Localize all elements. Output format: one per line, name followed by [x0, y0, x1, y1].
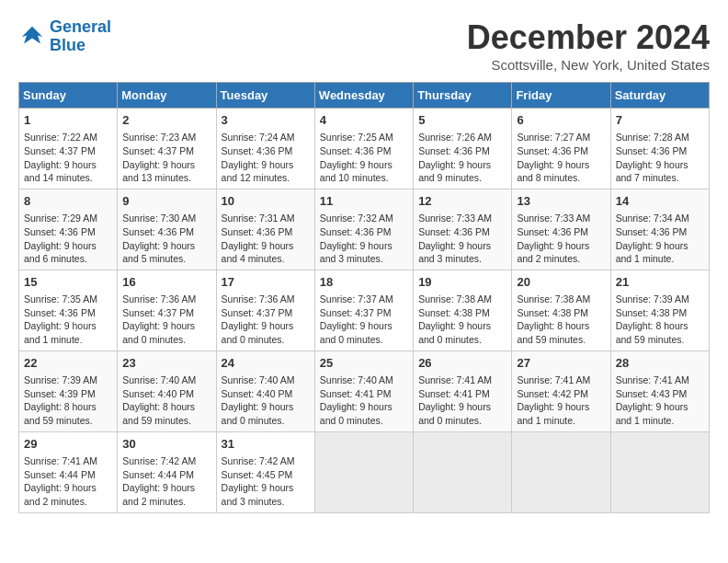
main-title: December 2024: [467, 18, 710, 57]
calendar-day-cell: 5Sunrise: 7:26 AMSunset: 4:36 PMDaylight…: [414, 109, 512, 190]
svg-marker-0: [22, 27, 43, 44]
logo: GeneralBlue: [18, 18, 111, 55]
day-number: 25: [320, 355, 408, 372]
day-number: 26: [418, 355, 506, 372]
day-number: 29: [24, 436, 112, 453]
title-section: December 2024 Scottsville, New York, Uni…: [467, 18, 710, 73]
day-number: 7: [616, 112, 704, 129]
day-number: 11: [320, 193, 408, 210]
calendar-day-cell: 12Sunrise: 7:33 AMSunset: 4:36 PMDayligh…: [414, 189, 512, 270]
calendar-day-cell: 20Sunrise: 7:38 AMSunset: 4:38 PMDayligh…: [512, 270, 610, 350]
subtitle: Scottsville, New York, United States: [467, 57, 710, 73]
calendar-day-cell: 6Sunrise: 7:27 AMSunset: 4:36 PMDaylight…: [512, 109, 610, 190]
day-number: 20: [517, 274, 605, 291]
calendar-day-cell: 24Sunrise: 7:40 AMSunset: 4:40 PMDayligh…: [216, 350, 314, 431]
day-number: 1: [24, 112, 112, 129]
calendar-day-cell: 13Sunrise: 7:33 AMSunset: 4:36 PMDayligh…: [512, 189, 610, 270]
day-number: 31: [222, 436, 310, 453]
day-number: 14: [616, 193, 704, 210]
day-number: 18: [320, 274, 408, 291]
day-of-week-header: Monday: [118, 83, 216, 109]
calendar-day-cell: 15Sunrise: 7:35 AMSunset: 4:36 PMDayligh…: [19, 270, 118, 350]
calendar-day-cell: 11Sunrise: 7:32 AMSunset: 4:36 PMDayligh…: [314, 189, 413, 270]
day-number: 3: [222, 112, 310, 129]
calendar-week-row: 8Sunrise: 7:29 AMSunset: 4:36 PMDaylight…: [19, 189, 710, 270]
calendar-day-cell: 28Sunrise: 7:41 AMSunset: 4:43 PMDayligh…: [610, 350, 709, 431]
day-of-week-header: Saturday: [610, 83, 709, 109]
day-number: 8: [24, 193, 112, 210]
day-number: 24: [222, 355, 310, 372]
calendar-day-cell: 4Sunrise: 7:25 AMSunset: 4:36 PMDaylight…: [314, 109, 413, 190]
calendar-day-cell: 14Sunrise: 7:34 AMSunset: 4:36 PMDayligh…: [610, 189, 709, 270]
day-number: 9: [122, 193, 210, 210]
calendar-day-cell: 27Sunrise: 7:41 AMSunset: 4:42 PMDayligh…: [512, 350, 610, 431]
day-number: 19: [418, 274, 506, 291]
calendar-day-cell: [512, 431, 610, 512]
day-of-week-header: Tuesday: [216, 83, 314, 109]
day-number: 6: [517, 112, 605, 129]
calendar-day-cell: 26Sunrise: 7:41 AMSunset: 4:41 PMDayligh…: [414, 350, 512, 431]
day-number: 10: [222, 193, 310, 210]
day-of-week-header: Wednesday: [314, 83, 413, 109]
calendar-day-cell: 7Sunrise: 7:28 AMSunset: 4:36 PMDaylight…: [610, 109, 709, 190]
calendar-day-cell: 21Sunrise: 7:39 AMSunset: 4:38 PMDayligh…: [610, 270, 709, 350]
calendar-day-cell: 23Sunrise: 7:40 AMSunset: 4:40 PMDayligh…: [118, 350, 216, 431]
calendar-day-cell: [314, 431, 413, 512]
calendar-body: 1Sunrise: 7:22 AMSunset: 4:37 PMDaylight…: [19, 109, 710, 513]
calendar-day-cell: 9Sunrise: 7:30 AMSunset: 4:36 PMDaylight…: [118, 189, 216, 270]
calendar-table: SundayMondayTuesdayWednesdayThursdayFrid…: [18, 82, 710, 513]
calendar-day-cell: 2Sunrise: 7:23 AMSunset: 4:37 PMDaylight…: [118, 109, 216, 190]
calendar-day-cell: 10Sunrise: 7:31 AMSunset: 4:36 PMDayligh…: [216, 189, 314, 270]
day-number: 22: [24, 355, 112, 372]
calendar-day-cell: 29Sunrise: 7:41 AMSunset: 4:44 PMDayligh…: [19, 431, 118, 512]
calendar-week-row: 15Sunrise: 7:35 AMSunset: 4:36 PMDayligh…: [19, 270, 710, 350]
header: GeneralBlue December 2024 Scottsville, N…: [18, 18, 710, 73]
logo-text: GeneralBlue: [50, 18, 111, 55]
calendar-day-cell: 1Sunrise: 7:22 AMSunset: 4:37 PMDaylight…: [19, 109, 118, 190]
calendar-day-cell: [414, 431, 512, 512]
calendar-week-row: 29Sunrise: 7:41 AMSunset: 4:44 PMDayligh…: [19, 431, 710, 512]
day-number: 13: [517, 193, 605, 210]
calendar-day-cell: 25Sunrise: 7:40 AMSunset: 4:41 PMDayligh…: [314, 350, 413, 431]
day-number: 15: [24, 274, 112, 291]
calendar-day-cell: 31Sunrise: 7:42 AMSunset: 4:45 PMDayligh…: [216, 431, 314, 512]
calendar-day-cell: 3Sunrise: 7:24 AMSunset: 4:36 PMDaylight…: [216, 109, 314, 190]
calendar-day-cell: 16Sunrise: 7:36 AMSunset: 4:37 PMDayligh…: [118, 270, 216, 350]
calendar-day-cell: 30Sunrise: 7:42 AMSunset: 4:44 PMDayligh…: [118, 431, 216, 512]
logo-icon: [18, 23, 46, 51]
day-number: 5: [418, 112, 506, 129]
calendar-week-row: 1Sunrise: 7:22 AMSunset: 4:37 PMDaylight…: [19, 109, 710, 190]
calendar-week-row: 22Sunrise: 7:39 AMSunset: 4:39 PMDayligh…: [19, 350, 710, 431]
day-number: 21: [616, 274, 704, 291]
day-number: 16: [122, 274, 210, 291]
day-of-week-header: Sunday: [19, 83, 118, 109]
day-of-week-header: Friday: [512, 83, 610, 109]
calendar-day-cell: 18Sunrise: 7:37 AMSunset: 4:37 PMDayligh…: [314, 270, 413, 350]
calendar-day-cell: 8Sunrise: 7:29 AMSunset: 4:36 PMDaylight…: [19, 189, 118, 270]
day-number: 4: [320, 112, 408, 129]
calendar-day-cell: [610, 431, 709, 512]
calendar-day-cell: 22Sunrise: 7:39 AMSunset: 4:39 PMDayligh…: [19, 350, 118, 431]
day-number: 2: [122, 112, 210, 129]
calendar-header-row: SundayMondayTuesdayWednesdayThursdayFrid…: [19, 83, 710, 109]
day-number: 27: [517, 355, 605, 372]
calendar-day-cell: 19Sunrise: 7:38 AMSunset: 4:38 PMDayligh…: [414, 270, 512, 350]
day-of-week-header: Thursday: [414, 83, 512, 109]
day-number: 23: [122, 355, 210, 372]
day-number: 28: [616, 355, 704, 372]
day-number: 30: [122, 436, 210, 453]
day-number: 17: [222, 274, 310, 291]
calendar-day-cell: 17Sunrise: 7:36 AMSunset: 4:37 PMDayligh…: [216, 270, 314, 350]
day-number: 12: [418, 193, 506, 210]
